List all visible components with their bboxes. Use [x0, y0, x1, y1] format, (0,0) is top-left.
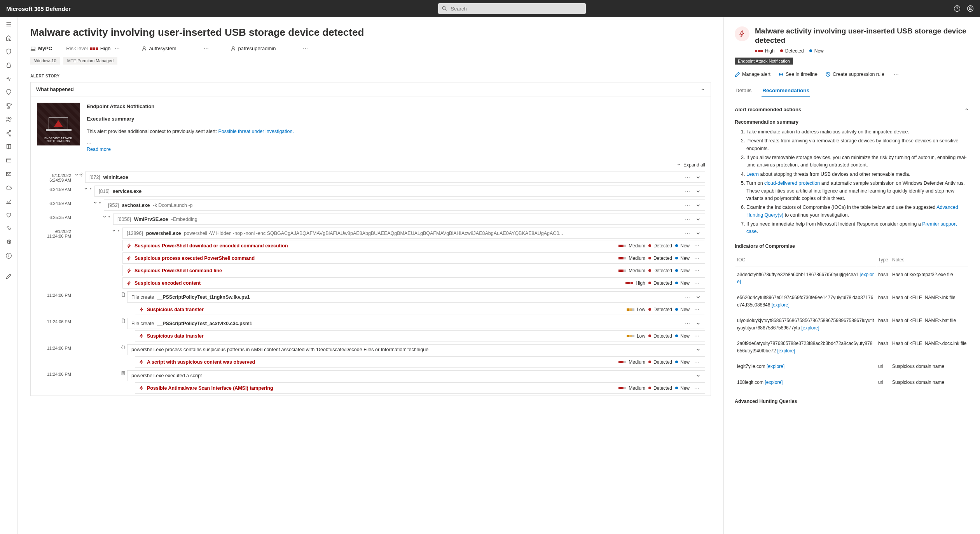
process-row[interactable]: [6056] WmiPrvSE.exe -Embedding ⋯ [113, 214, 705, 225]
row-more[interactable]: ⋯ [693, 268, 701, 273]
expand-icon[interactable] [84, 186, 88, 191]
home-icon[interactable] [5, 35, 12, 41]
explore-link[interactable]: [explore] [772, 302, 790, 308]
alert-row[interactable]: Suspicious PowerShell command line Mediu… [122, 265, 705, 276]
row-more[interactable]: ⋯ [693, 333, 701, 339]
script-row[interactable]: powershell.exe executed a script [127, 370, 705, 381]
chevron-down-icon[interactable] [695, 217, 701, 222]
people-icon[interactable] [5, 116, 12, 123]
explore-link[interactable]: [explore] [801, 325, 819, 331]
book-icon[interactable] [5, 144, 12, 150]
user1-more[interactable]: ⋯ [202, 46, 210, 51]
chart-icon[interactable] [5, 198, 12, 205]
card-icon[interactable] [5, 157, 12, 164]
process-row[interactable]: [816] services.exe ⋯ [94, 186, 705, 197]
explore-link[interactable]: [explore] [767, 364, 784, 369]
row-more[interactable]: ⋯ [693, 280, 701, 286]
context-device[interactable]: MyPC Risk level High ⋯ [30, 46, 121, 51]
chevron-down-icon[interactable] [695, 294, 701, 300]
row-more[interactable]: ⋯ [693, 306, 701, 312]
file-event-row[interactable]: File create __PSScriptPolicyTest_acxtvlx… [127, 318, 705, 329]
explore-link[interactable]: [explore] [765, 380, 783, 385]
trophy-icon[interactable] [5, 103, 12, 109]
chevron-down-icon[interactable] [695, 231, 701, 236]
section-alert-actions[interactable]: Alert recommended actions [735, 103, 969, 116]
attack-icon[interactable] [5, 62, 12, 68]
row-more[interactable]: ⋯ [683, 230, 692, 236]
read-more-link[interactable]: Read more [87, 147, 111, 152]
ean-thumbnail: ENDPOINT ATTACK NOTIFICATIONS [37, 103, 80, 145]
tab-details[interactable]: Details [735, 84, 752, 97]
row-more[interactable]: ⋯ [683, 202, 692, 208]
tab-recommendations[interactable]: Recommendations [762, 84, 810, 97]
row-more[interactable]: ⋯ [693, 385, 701, 391]
chevron-down-icon[interactable] [695, 373, 701, 378]
cloud-protection-link[interactable]: cloud-delivered protection [764, 180, 820, 186]
row-more[interactable]: ⋯ [693, 243, 701, 249]
process-row[interactable]: [672] wininit.exe ⋯ [85, 172, 705, 183]
risk-label: Risk level [66, 46, 88, 51]
mail-icon[interactable] [5, 171, 12, 177]
device-more[interactable]: ⋯ [113, 46, 121, 51]
expand-icon[interactable] [74, 172, 79, 177]
health-icon[interactable] [5, 212, 12, 218]
process-args: -k DcomLaunch -p [153, 203, 680, 208]
chevron-up-icon[interactable] [964, 107, 969, 112]
row-more[interactable]: ⋯ [683, 216, 692, 222]
learn-link[interactable]: Learn [746, 172, 759, 177]
alert-row[interactable]: Suspicious data transfer Low Detected Ne… [135, 330, 705, 341]
file-event-row[interactable]: File create __PSScriptPolicyTest_t1ngknS… [127, 291, 705, 303]
alert-row[interactable]: Possible Antimalware Scan Interface (AMS… [135, 382, 705, 394]
process-args: -Embedding [171, 217, 680, 222]
actions-icon[interactable] [5, 89, 12, 96]
link-icon[interactable] [5, 225, 12, 232]
expand-icon[interactable] [93, 200, 98, 205]
expand-icon[interactable] [112, 228, 116, 233]
cloud-icon[interactable] [5, 184, 12, 191]
expand-all[interactable]: Expand all [31, 159, 711, 171]
row-more[interactable]: ⋯ [683, 320, 692, 326]
prev-alert-link[interactable]: Possible threat under investigation. [218, 129, 294, 134]
alert-row[interactable]: Suspicious PowerShell download or encode… [122, 240, 705, 251]
row-more[interactable]: ⋯ [683, 174, 692, 180]
chevron-down-icon[interactable] [695, 189, 701, 194]
see-timeline-button[interactable]: See in timeline [778, 72, 818, 77]
hunt-icon[interactable] [5, 75, 12, 82]
more-actions[interactable]: ⋯ [892, 72, 900, 77]
pencil-icon[interactable] [5, 273, 12, 280]
alert-row[interactable]: Suspicious encoded content High Detected… [122, 277, 705, 289]
alert-row[interactable]: A script with suspicious content was obs… [135, 356, 705, 368]
chevron-up-icon[interactable] [700, 87, 705, 92]
expand-icon[interactable] [102, 214, 107, 219]
account-icon[interactable] [967, 5, 974, 12]
explore-link[interactable]: [explore] [777, 348, 795, 354]
row-more[interactable]: ⋯ [683, 188, 692, 194]
share-icon[interactable] [5, 130, 12, 137]
gear-icon[interactable] [5, 239, 12, 245]
context-user1[interactable]: auth\system ⋯ [141, 46, 210, 51]
search-input[interactable] [451, 6, 582, 12]
row-more[interactable]: ⋯ [693, 359, 701, 365]
global-search[interactable] [438, 3, 586, 14]
info-icon[interactable] [5, 252, 12, 259]
process-row[interactable]: [12896] powershell.exe powershell -W Hid… [122, 228, 705, 239]
process-row[interactable]: [952] svchost.exe -k DcomLaunch -p ⋯ [104, 200, 705, 211]
alert-row[interactable]: Suspicious process executed PowerShell c… [122, 252, 705, 264]
chevron-down-icon[interactable] [695, 175, 701, 180]
help-icon[interactable] [954, 5, 961, 12]
chevron-down-icon[interactable] [695, 347, 701, 352]
create-suppression-button[interactable]: Create suppression rule [825, 72, 884, 77]
user2-more[interactable]: ⋯ [301, 46, 309, 51]
amsi-row[interactable]: powershell.exe process contains suspicio… [127, 344, 705, 355]
hamburger-icon[interactable] [5, 21, 12, 28]
shield-icon[interactable] [5, 48, 12, 55]
row-more[interactable]: ⋯ [683, 294, 692, 300]
row-more[interactable]: ⋯ [693, 255, 701, 261]
context-user2[interactable]: path\superadmin ⋯ [231, 46, 310, 51]
what-happened-header[interactable]: What happened [31, 82, 711, 96]
ioc-row: a3dedctyhft678uftyie32b8a60bb118678667r5… [735, 267, 968, 289]
chevron-down-icon[interactable] [695, 321, 701, 326]
chevron-down-icon[interactable] [695, 203, 701, 208]
manage-alert-button[interactable]: Manage alert [735, 72, 770, 77]
alert-row[interactable]: Suspicious data transfer Low Detected Ne… [135, 304, 705, 315]
